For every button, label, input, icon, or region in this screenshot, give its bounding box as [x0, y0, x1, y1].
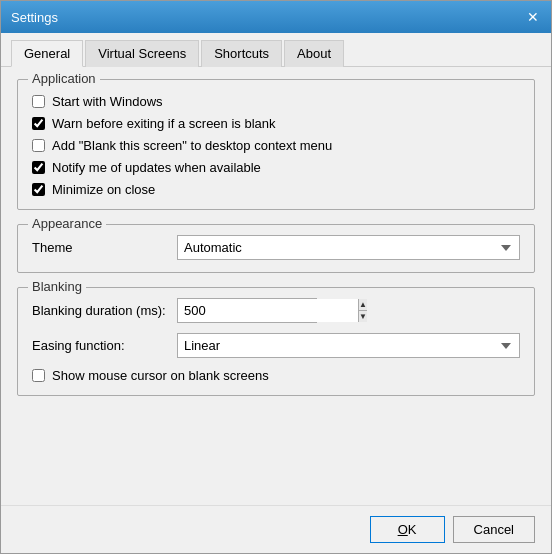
checkbox-start-windows: Start with Windows: [32, 94, 520, 109]
tab-general[interactable]: General: [11, 40, 83, 67]
duration-spinbox: 500 ▲ ▼: [177, 298, 317, 323]
close-button[interactable]: ✕: [525, 9, 541, 25]
theme-label: Theme: [32, 240, 177, 255]
blanking-group-title: Blanking: [28, 279, 86, 294]
show-cursor-checkbox[interactable]: [32, 369, 45, 382]
theme-select[interactable]: Automatic Light Dark: [177, 235, 520, 260]
add-blank-label: Add "Blank this screen" to desktop conte…: [52, 138, 332, 153]
cancel-button[interactable]: Cancel: [453, 516, 535, 543]
tab-bar: General Virtual Screens Shortcuts About: [1, 33, 551, 67]
window-title: Settings: [11, 10, 58, 25]
duration-label: Blanking duration (ms):: [32, 303, 177, 318]
notify-updates-checkbox[interactable]: [32, 161, 45, 174]
easing-label: Easing function:: [32, 338, 177, 353]
checkbox-minimize-close: Minimize on close: [32, 182, 520, 197]
checkbox-warn-blank: Warn before exiting if a screen is blank: [32, 116, 520, 131]
application-group-title: Application: [28, 71, 100, 86]
checkbox-show-cursor: Show mouse cursor on blank screens: [32, 368, 520, 383]
ok-button[interactable]: OK: [370, 516, 445, 543]
title-bar: Settings ✕: [1, 1, 551, 33]
start-windows-checkbox[interactable]: [32, 95, 45, 108]
warn-blank-checkbox[interactable]: [32, 117, 45, 130]
notify-updates-label: Notify me of updates when available: [52, 160, 261, 175]
settings-window: Settings ✕ General Virtual Screens Short…: [0, 0, 552, 554]
duration-input[interactable]: 500: [178, 299, 358, 322]
minimize-close-label: Minimize on close: [52, 182, 155, 197]
start-windows-label: Start with Windows: [52, 94, 163, 109]
spinbox-buttons: ▲ ▼: [358, 299, 367, 322]
appearance-group: Appearance Theme Automatic Light Dark: [17, 224, 535, 273]
add-blank-checkbox[interactable]: [32, 139, 45, 152]
footer: OK Cancel: [1, 505, 551, 553]
spinbox-up-button[interactable]: ▲: [359, 299, 367, 311]
easing-select[interactable]: Linear EaseIn EaseOut EaseInOut: [177, 333, 520, 358]
ok-label-rest: K: [408, 522, 417, 537]
minimize-close-checkbox[interactable]: [32, 183, 45, 196]
application-group: Application Start with Windows Warn befo…: [17, 79, 535, 210]
blanking-group: Blanking Blanking duration (ms): 500 ▲ ▼…: [17, 287, 535, 396]
show-cursor-label: Show mouse cursor on blank screens: [52, 368, 269, 383]
tab-shortcuts[interactable]: Shortcuts: [201, 40, 282, 67]
main-content: Application Start with Windows Warn befo…: [1, 67, 551, 505]
ok-label-underline: O: [398, 522, 408, 537]
tab-virtual-screens[interactable]: Virtual Screens: [85, 40, 199, 67]
checkbox-notify-updates: Notify me of updates when available: [32, 160, 520, 175]
checkbox-add-blank: Add "Blank this screen" to desktop conte…: [32, 138, 520, 153]
appearance-group-title: Appearance: [28, 216, 106, 231]
spinbox-down-button[interactable]: ▼: [359, 311, 367, 322]
tab-about[interactable]: About: [284, 40, 344, 67]
warn-blank-label: Warn before exiting if a screen is blank: [52, 116, 276, 131]
